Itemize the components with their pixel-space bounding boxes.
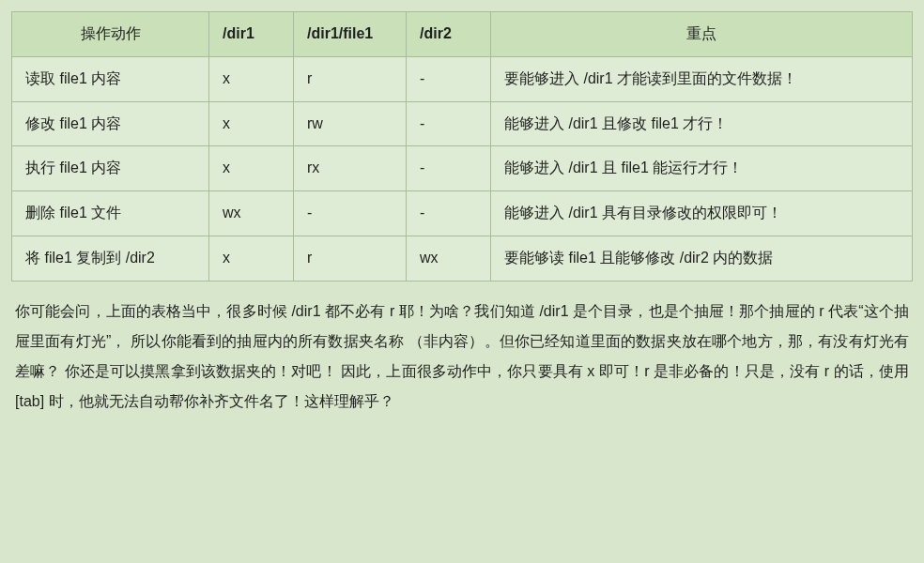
cell-file1: rx <box>294 146 407 191</box>
col-dir2: /dir2 <box>407 12 491 57</box>
cell-file1: r <box>294 56 407 101</box>
cell-dir1: x <box>209 56 294 101</box>
table-row: 修改 file1 内容 x rw - 能够进入 /dir1 且修改 file1 … <box>12 101 913 146</box>
cell-dir1: x <box>209 146 294 191</box>
cell-action: 将 file1 复制到 /dir2 <box>12 236 209 281</box>
cell-file1: - <box>294 191 407 236</box>
cell-dir2: - <box>407 101 491 146</box>
cell-keypoint: 能够进入 /dir1 具有目录修改的权限即可！ <box>491 191 913 236</box>
col-dir1: /dir1 <box>209 12 294 57</box>
cell-keypoint: 能够进入 /dir1 且 file1 能运行才行！ <box>491 146 913 191</box>
cell-action: 读取 file1 内容 <box>12 56 209 101</box>
table-row: 执行 file1 内容 x rx - 能够进入 /dir1 且 file1 能运… <box>12 146 913 191</box>
cell-dir2: wx <box>407 236 491 281</box>
table-row: 读取 file1 内容 x r - 要能够进入 /dir1 才能读到里面的文件数… <box>12 56 913 101</box>
cell-action: 执行 file1 内容 <box>12 146 209 191</box>
table-row: 删除 file1 文件 wx - - 能够进入 /dir1 具有目录修改的权限即… <box>12 191 913 236</box>
cell-action: 修改 file1 内容 <box>12 101 209 146</box>
explanation-paragraph: 你可能会问，上面的表格当中，很多时候 /dir1 都不必有 r 耶！为啥？我们知… <box>11 297 913 417</box>
cell-dir1: wx <box>209 191 294 236</box>
cell-action: 删除 file1 文件 <box>12 191 209 236</box>
col-keypoint: 重点 <box>491 12 913 57</box>
permissions-table: 操作动作 /dir1 /dir1/file1 /dir2 重点 读取 file1… <box>11 11 913 282</box>
cell-dir2: - <box>407 191 491 236</box>
table-header-row: 操作动作 /dir1 /dir1/file1 /dir2 重点 <box>12 12 913 57</box>
cell-dir1: x <box>209 101 294 146</box>
col-dir1file1: /dir1/file1 <box>294 12 407 57</box>
cell-keypoint: 要能够读 file1 且能够修改 /dir2 内的数据 <box>491 236 913 281</box>
cell-keypoint: 能够进入 /dir1 且修改 file1 才行！ <box>491 101 913 146</box>
cell-file1: rw <box>294 101 407 146</box>
cell-file1: r <box>294 236 407 281</box>
cell-dir2: - <box>407 56 491 101</box>
cell-keypoint: 要能够进入 /dir1 才能读到里面的文件数据！ <box>491 56 913 101</box>
cell-dir1: x <box>209 236 294 281</box>
col-action: 操作动作 <box>12 12 209 57</box>
table-row: 将 file1 复制到 /dir2 x r wx 要能够读 file1 且能够修… <box>12 236 913 281</box>
cell-dir2: - <box>407 146 491 191</box>
